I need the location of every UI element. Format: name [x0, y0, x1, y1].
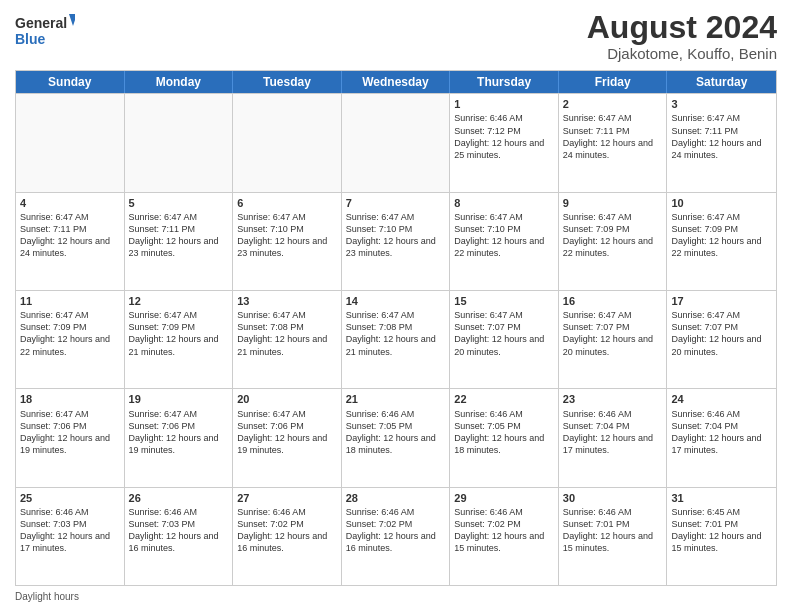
footer: Daylight hours: [15, 591, 777, 602]
calendar-cell: 7Sunrise: 6:47 AM Sunset: 7:10 PM Daylig…: [342, 193, 451, 290]
cell-info: Sunrise: 6:46 AM Sunset: 7:12 PM Dayligh…: [454, 112, 554, 161]
day-of-week-header: Monday: [125, 71, 234, 93]
day-number: 9: [563, 196, 663, 210]
cell-info: Sunrise: 6:47 AM Sunset: 7:08 PM Dayligh…: [237, 309, 337, 358]
cell-info: Sunrise: 6:47 AM Sunset: 7:11 PM Dayligh…: [671, 112, 772, 161]
day-number: 14: [346, 294, 446, 308]
day-number: 13: [237, 294, 337, 308]
cell-info: Sunrise: 6:46 AM Sunset: 7:02 PM Dayligh…: [454, 506, 554, 555]
cell-info: Sunrise: 6:47 AM Sunset: 7:07 PM Dayligh…: [454, 309, 554, 358]
svg-text:Blue: Blue: [15, 31, 46, 47]
cell-info: Sunrise: 6:45 AM Sunset: 7:01 PM Dayligh…: [671, 506, 772, 555]
cell-info: Sunrise: 6:46 AM Sunset: 7:04 PM Dayligh…: [563, 408, 663, 457]
cell-info: Sunrise: 6:46 AM Sunset: 7:05 PM Dayligh…: [346, 408, 446, 457]
calendar-cell: 6Sunrise: 6:47 AM Sunset: 7:10 PM Daylig…: [233, 193, 342, 290]
calendar-cell: 16Sunrise: 6:47 AM Sunset: 7:07 PM Dayli…: [559, 291, 668, 388]
cell-info: Sunrise: 6:47 AM Sunset: 7:09 PM Dayligh…: [129, 309, 229, 358]
cell-info: Sunrise: 6:47 AM Sunset: 7:06 PM Dayligh…: [20, 408, 120, 457]
calendar-cell: 15Sunrise: 6:47 AM Sunset: 7:07 PM Dayli…: [450, 291, 559, 388]
calendar-cell: 13Sunrise: 6:47 AM Sunset: 7:08 PM Dayli…: [233, 291, 342, 388]
day-number: 12: [129, 294, 229, 308]
calendar-body: 1Sunrise: 6:46 AM Sunset: 7:12 PM Daylig…: [16, 93, 776, 585]
day-number: 8: [454, 196, 554, 210]
day-number: 29: [454, 491, 554, 505]
calendar-cell: 3Sunrise: 6:47 AM Sunset: 7:11 PM Daylig…: [667, 94, 776, 191]
calendar-week-row: 1Sunrise: 6:46 AM Sunset: 7:12 PM Daylig…: [16, 93, 776, 191]
calendar-cell: 30Sunrise: 6:46 AM Sunset: 7:01 PM Dayli…: [559, 488, 668, 585]
cell-info: Sunrise: 6:47 AM Sunset: 7:10 PM Dayligh…: [237, 211, 337, 260]
day-number: 21: [346, 392, 446, 406]
calendar-cell: 27Sunrise: 6:46 AM Sunset: 7:02 PM Dayli…: [233, 488, 342, 585]
day-number: 25: [20, 491, 120, 505]
calendar-cell: [233, 94, 342, 191]
month-year: August 2024: [587, 10, 777, 45]
cell-info: Sunrise: 6:47 AM Sunset: 7:08 PM Dayligh…: [346, 309, 446, 358]
calendar-cell: [16, 94, 125, 191]
calendar-cell: 11Sunrise: 6:47 AM Sunset: 7:09 PM Dayli…: [16, 291, 125, 388]
cell-info: Sunrise: 6:47 AM Sunset: 7:11 PM Dayligh…: [563, 112, 663, 161]
header: General Blue August 2024 Djakotome, Kouf…: [15, 10, 777, 62]
calendar: SundayMondayTuesdayWednesdayThursdayFrid…: [15, 70, 777, 586]
cell-info: Sunrise: 6:46 AM Sunset: 7:02 PM Dayligh…: [237, 506, 337, 555]
day-number: 22: [454, 392, 554, 406]
calendar-cell: 4Sunrise: 6:47 AM Sunset: 7:11 PM Daylig…: [16, 193, 125, 290]
calendar-week-row: 4Sunrise: 6:47 AM Sunset: 7:11 PM Daylig…: [16, 192, 776, 290]
cell-info: Sunrise: 6:47 AM Sunset: 7:07 PM Dayligh…: [671, 309, 772, 358]
day-number: 27: [237, 491, 337, 505]
cell-info: Sunrise: 6:47 AM Sunset: 7:10 PM Dayligh…: [346, 211, 446, 260]
cell-info: Sunrise: 6:46 AM Sunset: 7:02 PM Dayligh…: [346, 506, 446, 555]
cell-info: Sunrise: 6:46 AM Sunset: 7:05 PM Dayligh…: [454, 408, 554, 457]
calendar-cell: [125, 94, 234, 191]
day-number: 19: [129, 392, 229, 406]
calendar-cell: 10Sunrise: 6:47 AM Sunset: 7:09 PM Dayli…: [667, 193, 776, 290]
cell-info: Sunrise: 6:47 AM Sunset: 7:10 PM Dayligh…: [454, 211, 554, 260]
day-number: 18: [20, 392, 120, 406]
calendar-week-row: 18Sunrise: 6:47 AM Sunset: 7:06 PM Dayli…: [16, 388, 776, 486]
calendar-cell: 1Sunrise: 6:46 AM Sunset: 7:12 PM Daylig…: [450, 94, 559, 191]
cell-info: Sunrise: 6:47 AM Sunset: 7:11 PM Dayligh…: [129, 211, 229, 260]
day-number: 6: [237, 196, 337, 210]
day-number: 16: [563, 294, 663, 308]
calendar-cell: 22Sunrise: 6:46 AM Sunset: 7:05 PM Dayli…: [450, 389, 559, 486]
cell-info: Sunrise: 6:46 AM Sunset: 7:03 PM Dayligh…: [20, 506, 120, 555]
cell-info: Sunrise: 6:46 AM Sunset: 7:03 PM Dayligh…: [129, 506, 229, 555]
page: General Blue August 2024 Djakotome, Kouf…: [0, 0, 792, 612]
calendar-cell: 26Sunrise: 6:46 AM Sunset: 7:03 PM Dayli…: [125, 488, 234, 585]
day-number: 2: [563, 97, 663, 111]
logo-svg: General Blue: [15, 10, 75, 50]
cell-info: Sunrise: 6:46 AM Sunset: 7:04 PM Dayligh…: [671, 408, 772, 457]
calendar-cell: 5Sunrise: 6:47 AM Sunset: 7:11 PM Daylig…: [125, 193, 234, 290]
cell-info: Sunrise: 6:47 AM Sunset: 7:06 PM Dayligh…: [129, 408, 229, 457]
calendar-cell: 18Sunrise: 6:47 AM Sunset: 7:06 PM Dayli…: [16, 389, 125, 486]
day-number: 24: [671, 392, 772, 406]
day-of-week-header: Sunday: [16, 71, 125, 93]
day-number: 23: [563, 392, 663, 406]
title-block: August 2024 Djakotome, Kouffo, Benin: [587, 10, 777, 62]
svg-text:General: General: [15, 15, 67, 31]
logo: General Blue: [15, 10, 75, 50]
calendar-cell: 19Sunrise: 6:47 AM Sunset: 7:06 PM Dayli…: [125, 389, 234, 486]
day-of-week-header: Thursday: [450, 71, 559, 93]
day-number: 26: [129, 491, 229, 505]
day-number: 4: [20, 196, 120, 210]
day-number: 5: [129, 196, 229, 210]
calendar-week-row: 25Sunrise: 6:46 AM Sunset: 7:03 PM Dayli…: [16, 487, 776, 585]
calendar-cell: 28Sunrise: 6:46 AM Sunset: 7:02 PM Dayli…: [342, 488, 451, 585]
calendar-cell: 17Sunrise: 6:47 AM Sunset: 7:07 PM Dayli…: [667, 291, 776, 388]
day-number: 30: [563, 491, 663, 505]
location: Djakotome, Kouffo, Benin: [587, 45, 777, 62]
calendar-header: SundayMondayTuesdayWednesdayThursdayFrid…: [16, 71, 776, 93]
calendar-cell: 25Sunrise: 6:46 AM Sunset: 7:03 PM Dayli…: [16, 488, 125, 585]
day-number: 1: [454, 97, 554, 111]
calendar-cell: 20Sunrise: 6:47 AM Sunset: 7:06 PM Dayli…: [233, 389, 342, 486]
cell-info: Sunrise: 6:47 AM Sunset: 7:09 PM Dayligh…: [671, 211, 772, 260]
day-number: 15: [454, 294, 554, 308]
cell-info: Sunrise: 6:47 AM Sunset: 7:09 PM Dayligh…: [20, 309, 120, 358]
day-of-week-header: Wednesday: [342, 71, 451, 93]
calendar-cell: 23Sunrise: 6:46 AM Sunset: 7:04 PM Dayli…: [559, 389, 668, 486]
calendar-cell: 29Sunrise: 6:46 AM Sunset: 7:02 PM Dayli…: [450, 488, 559, 585]
calendar-cell: 2Sunrise: 6:47 AM Sunset: 7:11 PM Daylig…: [559, 94, 668, 191]
day-number: 20: [237, 392, 337, 406]
day-number: 31: [671, 491, 772, 505]
cell-info: Sunrise: 6:47 AM Sunset: 7:11 PM Dayligh…: [20, 211, 120, 260]
